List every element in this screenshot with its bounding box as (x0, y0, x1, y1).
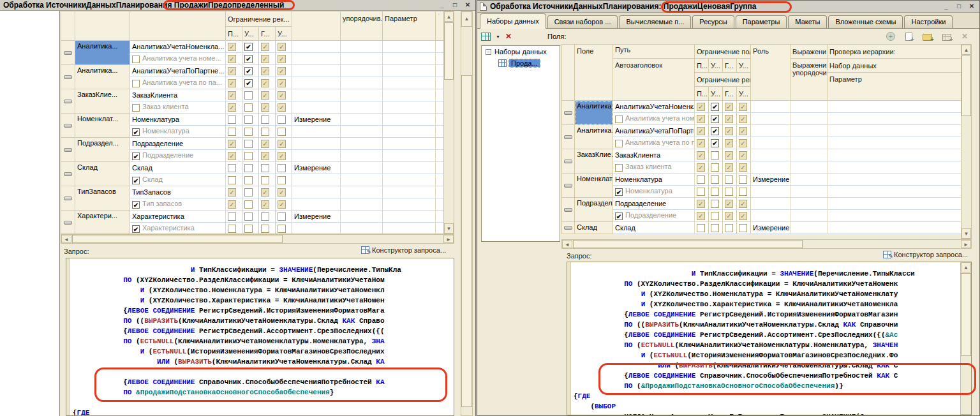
table-row[interactable]: СкладСкладИзмерение (562, 222, 961, 234)
restriction-checkbox-cell[interactable]: ✓ (695, 101, 709, 113)
restriction-checkbox-cell[interactable] (276, 174, 292, 186)
role-cell[interactable] (292, 101, 341, 114)
checkbox-checked[interactable]: ✔ (132, 225, 140, 233)
header-check-g[interactable]: Г... (723, 59, 737, 73)
table-row[interactable]: Аналитика...АналитикаУчетаНоменкла...✓✔✓… (61, 41, 444, 53)
scroll-down-icon[interactable]: ▼ (444, 223, 454, 234)
drag-handle-icon[interactable] (564, 208, 572, 212)
checkbox-checked[interactable]: ✓ (739, 103, 747, 111)
field-title-cell[interactable]: ✔Номенклатура (613, 186, 695, 198)
row-handle-cell[interactable] (562, 198, 575, 222)
header-check2-p[interactable]: П... (695, 87, 709, 101)
empty-cell[interactable] (791, 174, 828, 186)
left-query-editor[interactable]: И ТипКлассификации = ЗНАЧЕНИЕ(Перечислен… (66, 258, 454, 416)
query-designer-link[interactable]: ✎ Конструктор запроса... (883, 251, 968, 258)
scroll-thumb[interactable] (72, 235, 283, 243)
checkbox-checked[interactable]: ✓ (278, 55, 286, 63)
field-title-cell[interactable]: Аналитика учета по па... (613, 137, 695, 149)
add-field-icon[interactable]: + (886, 32, 895, 41)
checkbox-checked[interactable]: ✓ (261, 79, 269, 87)
restriction-checkbox-cell[interactable] (259, 126, 276, 138)
checkbox-unchecked[interactable] (261, 212, 269, 221)
header-role-col[interactable]: Роль (751, 45, 791, 101)
table-row[interactable]: Подраздел...Подразделение✓✓✓ (562, 198, 961, 210)
checkbox-checked[interactable]: ✓ (228, 91, 236, 100)
empty-cell[interactable] (828, 186, 961, 198)
checkbox-unchecked[interactable] (278, 176, 286, 184)
empty-cell[interactable] (828, 198, 961, 210)
checkbox-checked[interactable]: ✓ (697, 115, 705, 123)
header-ordering-col[interactable]: упорядочив... (341, 11, 383, 41)
empty-cell[interactable] (341, 198, 383, 211)
role-cell[interactable] (751, 161, 791, 174)
restriction-checkbox-cell[interactable] (226, 162, 242, 174)
empty-cell[interactable] (791, 113, 828, 125)
empty-cell[interactable] (791, 198, 828, 210)
empty-cell[interactable] (341, 211, 383, 223)
header-expr-col[interactable]: Выражени... (791, 45, 828, 59)
empty-cell[interactable] (436, 150, 443, 162)
collapse-icon[interactable]: − (486, 49, 491, 55)
role-cell[interactable] (292, 223, 341, 235)
tab-8[interactable]: Настройки (904, 15, 953, 28)
restriction-checkbox-cell[interactable]: ✓ (737, 125, 751, 137)
header-field-col[interactable]: Поле (575, 45, 613, 101)
restriction-checkbox-cell[interactable]: ✓ (226, 186, 242, 198)
field-name-cell[interactable]: Характери... (75, 211, 130, 235)
checkbox-checked[interactable]: ✓ (228, 152, 236, 160)
role-cell[interactable] (751, 113, 791, 125)
drag-handle-icon[interactable] (64, 100, 72, 103)
drag-handle-icon[interactable] (64, 197, 72, 200)
add-table-icon[interactable]: + (942, 34, 951, 41)
restriction-checkbox-cell[interactable] (737, 222, 751, 234)
table-row[interactable]: Аналитика...АналитикаУчетаПоПартне...✓✔✓… (61, 65, 444, 77)
tab-6[interactable]: Макеты (788, 15, 827, 28)
checkbox-checked[interactable]: ✓ (261, 140, 269, 148)
checkbox-unchecked[interactable] (244, 200, 253, 209)
checkbox-checked[interactable]: ✓ (697, 127, 705, 135)
empty-cell[interactable] (436, 65, 443, 77)
checkbox-checked[interactable]: ✓ (725, 163, 733, 172)
field-title-cell[interactable]: ✔Номенклатура (130, 126, 226, 138)
header-check-u2[interactable]: У... (737, 59, 751, 73)
empty-cell[interactable] (341, 101, 383, 114)
empty-cell[interactable] (341, 89, 383, 101)
role-cell[interactable] (292, 89, 341, 101)
right-title-bar[interactable]: Обработка ИсточникиДанныхПланирования: П… (477, 1, 979, 13)
checkbox-unchecked[interactable] (261, 164, 269, 172)
checkbox-unchecked[interactable] (228, 212, 236, 221)
field-path-cell[interactable]: Подразделение (130, 138, 226, 150)
checkbox-checked[interactable]: ✓ (278, 152, 286, 160)
checkbox-checked[interactable]: ✓ (697, 103, 705, 111)
empty-cell[interactable] (436, 101, 443, 114)
checkbox-unchecked[interactable] (261, 128, 269, 136)
drag-handle-icon[interactable] (564, 135, 572, 139)
header-check2-u2[interactable]: У... (737, 87, 751, 101)
restriction-checkbox-cell[interactable]: ✔ (709, 125, 723, 137)
checkbox-checked[interactable]: ✔ (244, 67, 253, 75)
checkbox-checked[interactable]: ✔ (711, 127, 719, 135)
checkbox-checked[interactable]: ✓ (725, 103, 733, 111)
empty-cell[interactable] (791, 101, 828, 113)
row-handle-cell[interactable] (61, 186, 75, 211)
restriction-checkbox-cell[interactable]: ✓ (259, 186, 276, 198)
checkbox-checked[interactable]: ✔ (132, 128, 140, 136)
scroll-thumb[interactable] (961, 273, 971, 356)
empty-cell[interactable] (341, 41, 383, 53)
restriction-checkbox-cell[interactable] (737, 186, 751, 198)
restriction-checkbox-cell[interactable] (226, 223, 242, 235)
table-row[interactable]: Номенклат...НоменклатураИзмерение (61, 114, 444, 126)
left-fields-table[interactable]: Ограничение рек... упорядочив... Парамет… (61, 11, 443, 234)
role-cell[interactable]: Измерение (751, 222, 791, 234)
restriction-checkbox-cell[interactable]: ✓ (226, 138, 242, 150)
empty-cell[interactable] (383, 186, 436, 198)
row-handle-cell[interactable] (562, 222, 575, 234)
restriction-checkbox-cell[interactable] (709, 210, 723, 222)
restriction-checkbox-cell[interactable]: ✓ (737, 210, 751, 222)
checkbox-checked[interactable]: ✓ (697, 163, 705, 172)
field-name-cell[interactable]: Подраздел... (575, 198, 613, 222)
checkbox-unchecked[interactable] (711, 200, 719, 208)
checkbox-unchecked[interactable] (725, 224, 733, 232)
empty-cell[interactable] (436, 198, 443, 211)
empty-cell[interactable] (383, 150, 436, 162)
